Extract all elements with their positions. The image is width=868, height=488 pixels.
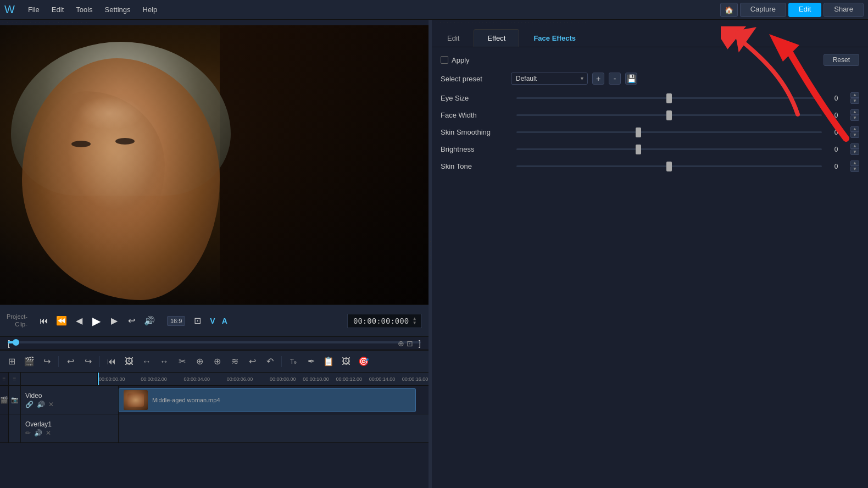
reset-button[interactable]: Reset xyxy=(824,54,859,66)
tab-face-effects[interactable]: Face Effects xyxy=(520,30,589,47)
add-btn[interactable]: ⊕ xyxy=(191,353,208,370)
scrubber-thumb[interactable] xyxy=(13,339,19,346)
goto-start-btn[interactable]: ⏮ xyxy=(103,353,120,370)
stabilize-btn[interactable]: ↶ xyxy=(261,353,278,370)
tab-edit[interactable]: Edit xyxy=(434,30,472,47)
video-toggle[interactable]: V xyxy=(208,317,216,325)
audio-button[interactable]: 🔊 xyxy=(142,313,157,329)
timecode-down[interactable]: ▼ xyxy=(413,321,416,325)
face-width-value: 0 xyxy=(826,112,846,119)
menu-settings[interactable]: Settings xyxy=(99,3,136,16)
skin-tone-slider[interactable] xyxy=(516,161,822,172)
aspect-ratio-button[interactable]: 16:9 xyxy=(167,316,185,326)
video-track-content[interactable]: Middle-aged woman.mp4 xyxy=(119,386,429,414)
share-button[interactable]: Share xyxy=(824,3,864,17)
add-preset-button[interactable]: + xyxy=(592,73,604,85)
brightness-spinner[interactable]: ▲ ▼ xyxy=(850,143,859,155)
overlay-track-lock-icon[interactable]: ✕ xyxy=(46,429,51,437)
skin-tone-label: Skin Tone xyxy=(441,162,512,170)
capture-button[interactable]: Capture xyxy=(740,3,786,17)
preset-row: Select preset Default Natural Soft Brigh… xyxy=(441,73,859,85)
skin-smoothing-spinner[interactable]: ▲ ▼ xyxy=(850,126,859,138)
overlay-track-audio-icon[interactable]: 🔊 xyxy=(34,429,42,437)
face-width-up[interactable]: ▲ xyxy=(850,109,859,115)
toolbar-sep-2 xyxy=(99,356,100,367)
undo-btn[interactable]: ↩ xyxy=(62,353,79,370)
video-track-cam-icon: 📷 xyxy=(9,386,21,414)
brightness-slider[interactable] xyxy=(516,144,822,155)
face-width-spinner[interactable]: ▲ ▼ xyxy=(850,109,859,121)
preset-select-wrapper[interactable]: Default Natural Soft Bright xyxy=(511,73,588,85)
prev-frame-button[interactable]: ⏪ xyxy=(54,313,69,329)
timeline-ruler[interactable]: 00:00:00.00 00:00:02.00 00:00:04.00 00:0… xyxy=(98,373,429,386)
crop-button[interactable]: ⊡ xyxy=(190,313,205,329)
skin-smoothing-slider[interactable] xyxy=(516,127,822,138)
tab-effect[interactable]: Effect xyxy=(474,29,519,47)
menu-edit[interactable]: Edit xyxy=(46,3,69,16)
loop-button[interactable]: ↩ xyxy=(124,313,140,329)
skin-tone-spinner[interactable]: ▲ ▼ xyxy=(850,160,859,172)
edit-button[interactable]: Edit xyxy=(788,3,821,17)
overlay-btn[interactable]: 📋 xyxy=(320,353,337,370)
video-track-lock-icon[interactable]: ✕ xyxy=(48,401,54,408)
scrubber-area[interactable]: [ ] ⊕ ⊡ xyxy=(0,336,429,350)
video-track-audio-icon[interactable]: 🔊 xyxy=(37,401,45,408)
cut-btn[interactable]: ✂ xyxy=(174,353,190,370)
play-button[interactable]: ▶ xyxy=(89,313,104,329)
timeline-toolbar: ⊞ 🎬 ↪ ↩ ↪ ⏮ 🖼 ↔ ↔ ✂ ⊕ ⊕ ≋ ↩ ↶ xyxy=(0,351,429,373)
go-to-start-button[interactable]: ⏮ xyxy=(36,313,52,329)
overlay-track-content[interactable] xyxy=(119,414,429,442)
scrubber-bar[interactable] xyxy=(8,341,421,343)
left-panel: · · · · · · · · · · · · · · · · · · · xyxy=(0,20,429,488)
eye-size-slider[interactable] xyxy=(516,93,822,104)
media-btn[interactable]: 🖼 xyxy=(121,353,137,370)
thumb-btn[interactable]: 🖼 xyxy=(338,353,354,370)
skin-tone-up[interactable]: ▲ xyxy=(850,160,859,166)
brightness-down[interactable]: ▼ xyxy=(850,149,859,155)
pen-btn[interactable]: ✒ xyxy=(303,353,319,370)
step-forward-button[interactable]: ▶ xyxy=(107,313,122,329)
preset-select[interactable]: Default Natural Soft Bright xyxy=(511,73,588,85)
menu-tools[interactable]: Tools xyxy=(70,3,98,16)
eye-size-row: Eye Size 0 ▲ ▼ xyxy=(441,92,859,104)
speed-btn[interactable]: ≋ xyxy=(226,353,243,370)
eye-size-spinner[interactable]: ▲ ▼ xyxy=(850,92,859,104)
skin-smoothing-down[interactable]: ▼ xyxy=(850,132,859,138)
video-track-icons: 🔗 🔊 ✕ xyxy=(25,401,114,408)
face-width-slider[interactable] xyxy=(516,110,822,121)
target-btn[interactable]: 🎯 xyxy=(355,353,372,370)
menu-help[interactable]: Help xyxy=(137,3,163,16)
remove-preset-button[interactable]: - xyxy=(609,73,621,85)
trim-btn[interactable]: ↔ xyxy=(156,353,173,370)
snapshot-button[interactable]: ⊡ xyxy=(407,339,413,348)
audio-toggle[interactable]: A xyxy=(220,317,229,325)
delete-btn[interactable]: ⊕ xyxy=(209,353,225,370)
home-button[interactable]: 🏠 xyxy=(720,3,738,17)
step-back-button[interactable]: ◀ xyxy=(71,313,87,329)
apply-checkbox[interactable] xyxy=(441,56,448,64)
timeline-clip-btn[interactable]: 🎬 xyxy=(21,353,37,370)
save-preset-button[interactable]: 💾 xyxy=(625,73,637,85)
eye-size-up[interactable]: ▲ xyxy=(850,92,859,98)
motion-btn[interactable]: ↩ xyxy=(244,353,260,370)
skin-tone-down[interactable]: ▼ xyxy=(850,167,859,172)
menu-file[interactable]: File xyxy=(23,3,45,16)
video-clip[interactable]: Middle-aged woman.mp4 xyxy=(119,388,416,412)
face-width-down[interactable]: ▼ xyxy=(850,115,859,121)
fit-btn[interactable]: ↔ xyxy=(138,353,155,370)
overlay-track-pen-icon[interactable]: ✏ xyxy=(25,429,31,437)
mark-out-button[interactable]: ⊕ xyxy=(398,339,404,348)
video-track-link-icon[interactable]: 🔗 xyxy=(25,401,34,408)
skin-smoothing-up[interactable]: ▲ xyxy=(850,126,859,132)
timeline-export-btn[interactable]: ↪ xyxy=(38,353,55,370)
redo-btn[interactable]: ↪ xyxy=(80,353,96,370)
eye-size-down[interactable]: ▼ xyxy=(850,98,859,104)
ruler-mark-4: 00:00:08.00 xyxy=(270,376,296,382)
text-btn[interactable]: T₉ xyxy=(285,353,302,370)
skin-tone-row: Skin Tone 0 ▲ ▼ xyxy=(441,160,859,172)
timecode-spinner[interactable]: ▲ ▼ xyxy=(413,317,416,325)
timeline-media-btn[interactable]: ⊞ xyxy=(3,353,20,370)
apply-checkbox-container[interactable]: Apply xyxy=(441,56,470,64)
apply-row: Apply Reset xyxy=(441,54,859,66)
brightness-up[interactable]: ▲ xyxy=(850,143,859,149)
